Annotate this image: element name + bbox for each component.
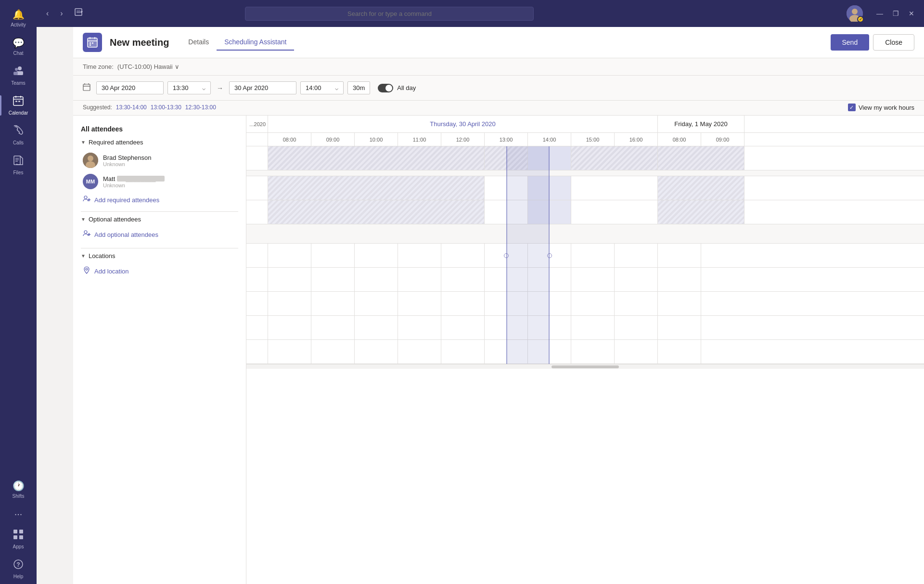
meeting-tabs: Details Scheduling Assistant xyxy=(180,34,294,51)
required-section-header[interactable]: ▼ Required attendees xyxy=(81,139,238,146)
attendee-name-matt: Matt ████████ xyxy=(103,175,165,182)
attendee-matt: MM Matt ████████ Unknown xyxy=(83,171,238,192)
start-date-input[interactable]: 30 Apr 2020 xyxy=(96,81,164,94)
sidebar-item-files[interactable]: Files xyxy=(0,151,37,179)
add-optional-attendees-button[interactable]: Add optional attendees xyxy=(83,227,238,242)
sidebar: 🔔 Activity 💬 Chat Teams xyxy=(0,0,37,584)
left-panel: All attendees ▼ Required attendees xyxy=(73,116,246,584)
header-actions: Send Close xyxy=(831,34,915,51)
suggested-time-2[interactable]: 13:00-13:30 xyxy=(151,104,181,111)
attendee-name-brad: Brad Stephenson xyxy=(103,154,151,161)
svg-rect-8 xyxy=(15,101,17,102)
calendar-date-header: ...2020 Thursday, 30 April 2020 Friday, … xyxy=(246,116,924,133)
drag-handle-right[interactable] xyxy=(547,253,552,258)
meeting-icon xyxy=(83,33,102,52)
chat-icon: 💬 xyxy=(13,37,25,49)
search-bar[interactable] xyxy=(245,7,534,21)
svg-point-2 xyxy=(15,68,18,71)
user-avatar[interactable]: ✓ xyxy=(847,5,863,22)
svg-point-47 xyxy=(86,268,88,270)
back-button[interactable]: ‹ xyxy=(42,7,52,20)
end-time-select[interactable]: 14:00 ⌵ xyxy=(300,81,344,94)
svg-rect-31 xyxy=(90,42,91,44)
send-button[interactable]: Send xyxy=(831,34,870,51)
scroll-track[interactable] xyxy=(246,364,924,369)
svg-rect-34 xyxy=(83,84,90,91)
calendar-body xyxy=(246,146,924,364)
locations-collapse-arrow: ▼ xyxy=(81,253,86,259)
minimize-button[interactable]: — xyxy=(873,8,887,19)
row-extra2 xyxy=(246,292,924,316)
attendees-section: All attendees ▼ Required attendees xyxy=(73,116,246,248)
allday-toggle[interactable] xyxy=(378,84,393,92)
start-time-select[interactable]: 13:30 ⌵ xyxy=(167,81,211,94)
sidebar-item-help[interactable]: ? Help xyxy=(0,555,37,583)
calls-icon xyxy=(13,125,24,138)
allday-label: All day xyxy=(397,84,416,91)
files-icon xyxy=(13,155,24,168)
row-extra4 xyxy=(246,340,924,364)
section-divider xyxy=(81,211,238,212)
sidebar-item-calls[interactable]: Calls xyxy=(0,121,37,149)
forward-button[interactable]: › xyxy=(56,7,66,20)
drag-handle-left[interactable] xyxy=(504,253,509,258)
svg-point-41 xyxy=(84,196,87,199)
meeting-header: New meeting Details Scheduling Assistant… xyxy=(73,27,924,58)
tab-scheduling[interactable]: Scheduling Assistant xyxy=(217,34,294,51)
help-icon: ? xyxy=(13,559,24,572)
tab-details[interactable]: Details xyxy=(180,34,217,51)
optional-section-header[interactable]: ▼ Optional attendees xyxy=(81,216,238,223)
window-close-button[interactable]: ✕ xyxy=(905,8,918,19)
start-time-arrow: ⌵ xyxy=(202,85,205,91)
add-required-attendees-button[interactable]: Add required attendees xyxy=(83,192,238,208)
maximize-button[interactable]: ❐ xyxy=(889,8,903,19)
sidebar-item-calendar[interactable]: Calendar xyxy=(0,91,37,119)
sidebar-item-teams[interactable]: Teams xyxy=(0,62,37,90)
add-location-button[interactable]: Add location xyxy=(83,263,238,279)
row-brad xyxy=(246,176,924,200)
end-date-input[interactable]: 30 Apr 2020 xyxy=(229,81,296,94)
suggested-time-3[interactable]: 12:30-13:00 xyxy=(185,104,216,111)
compose-button[interactable] xyxy=(71,6,87,21)
sidebar-item-chat[interactable]: 💬 Chat xyxy=(0,33,37,60)
calendar-grid[interactable]: ...2020 Thursday, 30 April 2020 Friday, … xyxy=(246,116,924,584)
sidebar-item-shifts[interactable]: 🕐 Shifts xyxy=(0,476,37,503)
work-hours-check[interactable]: ✓ View my work hours xyxy=(848,104,914,111)
svg-point-39 xyxy=(88,156,93,161)
suggested-time-1[interactable]: 13:30-14:00 xyxy=(116,104,147,111)
date-calendar-icon xyxy=(83,83,90,93)
search-input[interactable] xyxy=(253,10,526,17)
svg-point-24 xyxy=(852,9,858,14)
location-icon xyxy=(83,266,90,276)
optional-collapse-arrow: ▼ xyxy=(81,217,86,222)
svg-rect-15 xyxy=(19,530,23,533)
sidebar-item-more[interactable]: ··· xyxy=(0,505,37,523)
svg-rect-32 xyxy=(92,42,93,44)
svg-point-0 xyxy=(18,66,22,70)
row-extra1 xyxy=(246,268,924,292)
timezone-row: Time zone: (UTC-10:00) Hawaii ∨ xyxy=(73,58,924,76)
row-matt xyxy=(246,200,924,224)
svg-point-44 xyxy=(84,231,87,234)
svg-rect-9 xyxy=(18,101,20,102)
main-content: New meeting Details Scheduling Assistant… xyxy=(73,27,924,584)
calendar-icon xyxy=(13,95,24,108)
sidebar-item-apps[interactable]: Apps xyxy=(0,525,37,553)
attendee-avatar-matt: MM xyxy=(83,174,98,189)
scroll-thumb[interactable] xyxy=(552,365,619,368)
calendar-area: All attendees ▼ Required attendees xyxy=(73,116,924,584)
row-optional xyxy=(246,244,924,268)
timezone-select[interactable]: (UTC-10:00) Hawaii ∨ xyxy=(117,63,180,70)
locations-section-header[interactable]: ▼ Locations xyxy=(81,252,238,260)
work-hours-checkbox[interactable]: ✓ xyxy=(848,104,856,111)
more-icon: ··· xyxy=(14,508,23,519)
locations-section: ▼ Locations Add location xyxy=(73,248,246,285)
attendee-status-matt: Unknown xyxy=(103,182,165,188)
time-header-row: 08:00 09:00 10:00 11:00 12:00 13:00 14:0… xyxy=(246,133,924,146)
sidebar-item-activity[interactable]: 🔔 Activity xyxy=(0,5,37,31)
shifts-icon: 🕐 xyxy=(13,480,25,492)
row-all-attendees xyxy=(246,146,924,170)
time-arrow-right: → xyxy=(217,84,223,92)
close-button[interactable]: Close xyxy=(873,34,914,51)
required-collapse-arrow: ▼ xyxy=(81,140,86,145)
